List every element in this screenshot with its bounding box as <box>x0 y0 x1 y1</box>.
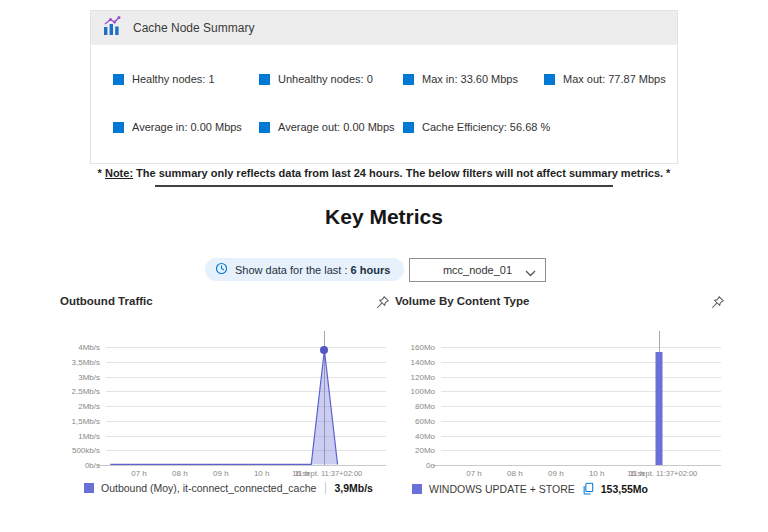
chart-title-outbound-traffic: Outbound Traffic <box>60 295 153 307</box>
y-axis-tick-label: 3Mb/s <box>60 373 100 382</box>
legend-label: WINDOWS UPDATE + STORE <box>429 483 575 495</box>
x-axis-line <box>98 465 386 466</box>
y-axis-tick-label: 20Mo <box>395 446 435 455</box>
note-label: Note: <box>105 167 133 179</box>
x-axis-tick-label: 08 h <box>507 469 523 478</box>
gridline <box>441 406 721 407</box>
summary-card-header: Cache Node Summary <box>91 11 677 45</box>
y-axis-tick-label: 120Mo <box>395 373 435 382</box>
y-axis-tick-label: 500kb/s <box>60 446 100 455</box>
y-axis-tick-label: 100Mo <box>395 387 435 396</box>
metric-square-icon <box>544 74 555 85</box>
legend-value: 3,9Mb/s <box>325 482 373 494</box>
y-axis-tick-label: 2Mb/s <box>60 402 100 411</box>
time-range-value: 6 hours <box>351 264 391 276</box>
summary-note: * Note: The summary only reflects data f… <box>0 167 768 179</box>
x-axis-tick-label: 09 h <box>548 469 564 478</box>
gridline <box>441 347 721 348</box>
x-axis-tick-label: 07 h <box>131 469 147 478</box>
summary-metric: Max in: 33.60 Mbps <box>403 73 544 85</box>
gridline <box>441 421 721 422</box>
summary-metric: Healthy nodes: 1 <box>113 73 259 85</box>
note-underline <box>155 185 613 187</box>
legend-item-windows-update-store[interactable]: WINDOWS UPDATE + STORE 153,55Mo <box>412 482 725 495</box>
metric-text: Max out: 77.87 Mbps <box>563 73 666 85</box>
cursor-date-label: 16 sept. 11:37+02:00 <box>627 469 697 478</box>
summary-metric: Average out: 0.00 Mbps <box>259 121 403 133</box>
legend-item-outbound[interactable]: Outbound (Moy), it-connect_connected_cac… <box>84 482 390 494</box>
y-axis-tick-label: 1Mb/s <box>60 432 100 441</box>
metric-text: Average out: 0.00 Mbps <box>278 121 395 133</box>
metric-square-icon <box>113 122 124 133</box>
y-axis-tick-label: 140Mo <box>395 358 435 367</box>
volume-by-content-type-chart-panel: Volume By Content Type 160Mo140Mo120Mo10… <box>395 295 725 495</box>
y-axis-tick-label: 3,5Mb/s <box>60 358 100 367</box>
legend-color-swatch <box>84 483 94 493</box>
x-axis-tick-label: 10 h <box>254 469 270 478</box>
y-axis-tick-label: 0b/s <box>60 461 100 470</box>
summary-metric: Max out: 77.87 Mbps <box>544 73 677 85</box>
x-axis-line <box>433 465 721 466</box>
node-select-value: mcc_node_01 <box>443 264 512 276</box>
pin-icon[interactable] <box>375 295 390 310</box>
summary-metrics: Healthy nodes: 1Unhealthy nodes: 0Max in… <box>91 45 677 133</box>
clock-icon <box>215 262 228 277</box>
y-axis-tick-label: 60Mo <box>395 417 435 426</box>
cache-node-summary-card: Cache Node Summary Healthy nodes: 1Unhea… <box>90 10 678 164</box>
gridline <box>441 450 721 451</box>
chart-title-volume-by-content-type: Volume By Content Type <box>395 295 529 307</box>
metric-text: Healthy nodes: 1 <box>132 73 215 85</box>
x-axis-tick-label: 08 h <box>172 469 188 478</box>
summary-metrics-row-1: Healthy nodes: 1Unhealthy nodes: 0Max in… <box>113 73 677 85</box>
y-axis-tick-label: 4Mb/s <box>60 343 100 352</box>
area-series-spike <box>106 347 386 465</box>
metric-square-icon <box>403 74 414 85</box>
gridline <box>441 391 721 392</box>
time-range-label: Show data for the last : 6 hours <box>235 264 390 276</box>
summary-metrics-row-2: Average in: 0.00 MbpsAverage out: 0.00 M… <box>113 121 677 133</box>
bar-series-bar <box>656 352 663 465</box>
metric-text: Max in: 33.60 Mbps <box>422 73 518 85</box>
data-point-marker <box>320 346 328 354</box>
y-axis-tick-label: 40Mo <box>395 432 435 441</box>
volume-by-content-type-plot-area[interactable]: 160Mo140Mo120Mo100Mo80Mo60Mo40Mo20Mo0o07… <box>441 347 721 465</box>
summary-metric: Cache Efficiency: 56.68 % <box>403 121 677 133</box>
summary-card-title: Cache Node Summary <box>133 21 254 35</box>
y-axis-tick-label: 0o <box>395 461 435 470</box>
x-axis-tick-label: 07 h <box>466 469 482 478</box>
node-select-dropdown[interactable]: mcc_node_01 <box>409 258 546 282</box>
summary-metric: Unhealthy nodes: 0 <box>259 73 403 85</box>
metric-square-icon <box>259 74 270 85</box>
metric-square-icon <box>259 122 270 133</box>
x-axis-tick-label: 09 h <box>213 469 229 478</box>
x-axis-tick-label: 10 h <box>589 469 605 478</box>
pin-icon[interactable] <box>710 295 725 310</box>
metric-text: Unhealthy nodes: 0 <box>278 73 373 85</box>
metric-square-icon <box>113 74 124 85</box>
time-range-filter[interactable]: Show data for the last : 6 hours <box>205 258 404 281</box>
y-axis-tick-label: 2,5Mb/s <box>60 387 100 396</box>
metric-square-icon <box>403 122 414 133</box>
outbound-traffic-chart-panel: Outbound Traffic 4Mb/s3,5Mb/s3Mb/s2,5Mb/… <box>60 295 390 494</box>
chevron-down-icon <box>525 267 536 279</box>
cursor-date-label: 16 sept. 11:37+02:00 <box>292 469 362 478</box>
legend-label: Outbound (Moy), it-connect_connected_cac… <box>101 482 316 494</box>
analytics-chart-icon <box>101 15 123 41</box>
copy-pages-icon <box>582 482 594 495</box>
metric-text: Cache Efficiency: 56.68 % <box>422 121 550 133</box>
page-title: Key Metrics <box>0 205 768 229</box>
y-axis-tick-label: 80Mo <box>395 402 435 411</box>
metric-text: Average in: 0.00 Mbps <box>132 121 242 133</box>
legend-value: 153,55Mo <box>601 483 648 495</box>
summary-metric: Average in: 0.00 Mbps <box>113 121 259 133</box>
gridline <box>441 377 721 378</box>
outbound-traffic-plot-area[interactable]: 4Mb/s3,5Mb/s3Mb/s2,5Mb/s2Mb/s1,5Mb/s1Mb/… <box>106 347 386 465</box>
y-axis-tick-label: 160Mo <box>395 343 435 352</box>
y-axis-tick-label: 1,5Mb/s <box>60 417 100 426</box>
gridline <box>441 362 721 363</box>
legend-color-swatch <box>412 484 422 494</box>
gridline <box>441 436 721 437</box>
